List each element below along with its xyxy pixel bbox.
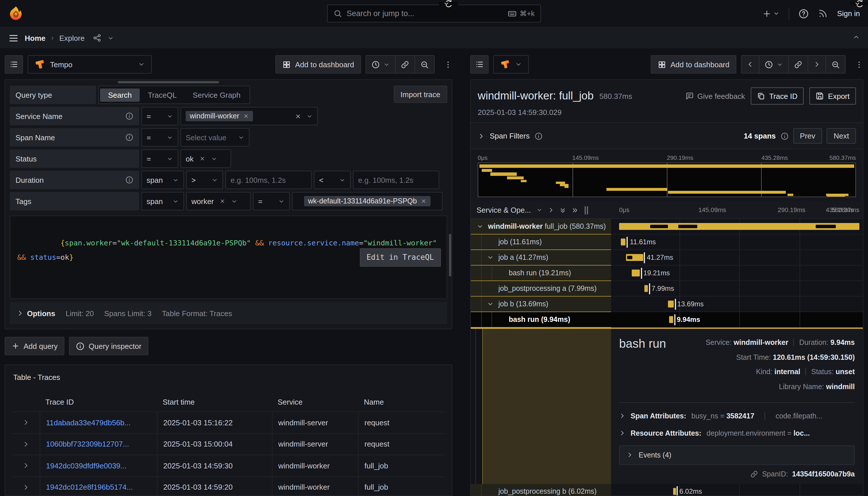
datasource-picker[interactable] <box>493 55 529 74</box>
span-bar[interactable] <box>668 300 674 308</box>
move-right-button[interactable] <box>808 56 826 73</box>
span-row[interactable]: job a (41.27ms) 41.27ms 41.27ms <box>471 250 863 265</box>
duration-lt-operator[interactable]: < <box>314 171 351 189</box>
span-name-cell[interactable]: job_postprocessing a (7.99ms) <box>471 281 611 297</box>
table-row[interactable]: 11dabada33e479db56b... 2025-01-03 15:16:… <box>12 412 445 433</box>
tag-key[interactable]: worker <box>186 192 251 210</box>
mega-menu-button[interactable] <box>8 32 19 43</box>
col-start-time[interactable]: Start time <box>157 392 272 412</box>
query-history-button[interactable] <box>470 55 489 74</box>
span-row[interactable]: job b (13.69ms) 13.69ms 13.69ms <box>471 297 863 312</box>
share-shortcut-icon[interactable] <box>93 33 102 43</box>
move-left-button[interactable] <box>742 56 759 73</box>
service-name-value[interactable]: windmill-worker <box>181 107 318 125</box>
collapse-span-icon[interactable] <box>487 254 494 261</box>
duration-scope[interactable]: span <box>141 171 184 189</box>
chevron-right-icon[interactable] <box>547 207 554 213</box>
span-bar[interactable] <box>626 254 643 261</box>
span-name-operator[interactable]: = <box>141 128 178 146</box>
trace-id-link[interactable]: 1060bbf732309b12707... <box>40 434 157 455</box>
double-chevron-right-icon[interactable] <box>571 207 578 214</box>
span-name-value[interactable]: Select value <box>181 128 249 146</box>
export-button[interactable]: Export <box>810 87 856 105</box>
span-bar[interactable] <box>669 316 673 323</box>
trace-minimap[interactable]: 0μs 145.09ms 290.19ms 435.28ms 580.37ms <box>475 150 858 202</box>
span-row[interactable]: job (11.61ms) 11.61ms 11.61ms <box>471 234 863 250</box>
duration-gt-operator[interactable]: > <box>186 171 223 189</box>
clear-icon[interactable] <box>295 113 301 119</box>
tag-scope[interactable]: span <box>141 192 184 210</box>
table-row[interactable]: 1942dc039dfdf9e0039... 2025-01-03 14:59:… <box>12 455 445 476</box>
breadcrumb-explore[interactable]: Explore <box>59 34 84 42</box>
search-input[interactable]: Search or jump to... ⌘+k <box>327 4 541 22</box>
span-bar[interactable] <box>673 488 676 495</box>
events-section[interactable]: Events (4) <box>619 445 855 465</box>
span-timeline-cell[interactable]: 41.27ms 41.27ms <box>611 250 863 265</box>
tag-operator[interactable]: = <box>253 192 290 210</box>
span-name-cell[interactable]: job b (13.69ms) <box>471 297 611 312</box>
col-trace-id[interactable]: Trace ID <box>40 392 157 412</box>
table-row[interactable]: 1942dc012e8f196b5174... 2025-01-03 14:59… <box>12 476 445 496</box>
span-name-cell[interactable]: windmill-worker full_job (580.37ms) <box>471 219 611 234</box>
row-expander[interactable] <box>12 412 40 433</box>
duration-max-input[interactable]: e.g. 100ms, 1.2s <box>353 171 439 189</box>
span-attributes-section[interactable]: Span Attributes: busy_ns = 3582417 code.… <box>619 407 855 424</box>
give-feedback-link[interactable]: Give feedback <box>685 92 745 100</box>
col-service[interactable]: Service <box>272 392 358 412</box>
span-timeline-cell[interactable]: 19.21ms 19.21ms <box>611 265 863 281</box>
span-row[interactable]: bash run (9.94ms) 9.94ms 9.94ms <box>471 312 863 328</box>
span-row[interactable]: job_postprocessing a (7.99ms) 7.99ms 7.9 <box>471 281 863 297</box>
status-operator[interactable]: = <box>141 150 178 168</box>
zoom-out-button[interactable] <box>415 56 434 73</box>
service-operation-column-header[interactable]: Service & Ope... <box>477 206 531 214</box>
span-name-cell[interactable]: job_postprocessing b (6.02ms) <box>471 484 611 496</box>
remove-chip-icon[interactable] <box>421 198 427 204</box>
span-bar[interactable] <box>621 238 626 245</box>
span-timeline-cell[interactable]: 9.94ms 9.94ms <box>611 312 863 328</box>
row-expander[interactable] <box>12 434 40 455</box>
grafana-logo-icon[interactable] <box>8 6 24 21</box>
minimap-canvas[interactable] <box>478 162 856 197</box>
status-value[interactable]: ok <box>181 150 231 168</box>
link-icon[interactable] <box>750 470 758 478</box>
time-picker-button[interactable] <box>366 56 396 73</box>
vertical-scrollbar[interactable] <box>449 234 451 277</box>
value-chip[interactable]: wk-default-133114d6a91e-PSPQb <box>304 196 431 206</box>
collapse-pane-icon[interactable] <box>852 33 860 43</box>
span-name-cell[interactable]: bash run (19.21ms) <box>471 265 611 281</box>
import-trace-button[interactable]: Import trace <box>393 86 447 103</box>
span-timeline-cell[interactable] <box>611 219 863 234</box>
pane-actions-kebab[interactable] <box>855 60 864 69</box>
horizontal-scrollbar[interactable] <box>118 81 219 83</box>
new-menu-button[interactable] <box>762 9 780 18</box>
query-history-button[interactable] <box>4 55 23 74</box>
collapse-span-icon[interactable] <box>477 223 483 230</box>
span-row[interactable]: windmill-worker full_job (580.37ms) <box>471 219 863 234</box>
trace-id-link[interactable]: 1942dc012e8f196b5174... <box>40 477 157 496</box>
query-type-tab[interactable]: TraceQL <box>140 88 185 102</box>
chevron-down-icon[interactable] <box>108 35 114 41</box>
span-name-cell[interactable]: job (11.61ms) <box>471 234 611 250</box>
tag-value[interactable]: wk-default-133114d6a91e-PSPQb <box>292 192 443 210</box>
duration-min-input[interactable]: e.g. 100ms, 1.2s <box>225 171 312 189</box>
double-chevron-down-icon[interactable] <box>559 207 566 214</box>
add-to-dashboard-button[interactable]: Add to dashboard <box>276 55 361 74</box>
query-inspector-button[interactable]: Query inspector <box>69 337 149 355</box>
row-expander[interactable] <box>12 477 40 496</box>
span-timeline-cell[interactable]: 7.99ms 7.99ms <box>611 281 863 297</box>
options-row[interactable]: Options Limit: 20Spans Limit: 3Table For… <box>10 302 447 324</box>
resource-attributes-section[interactable]: Resource Attributes: deployment.environm… <box>619 424 855 442</box>
next-button[interactable]: Next <box>827 128 856 144</box>
remove-icon[interactable] <box>199 156 205 161</box>
span-bar[interactable] <box>619 223 859 230</box>
pane-actions-kebab[interactable] <box>444 60 452 69</box>
query-type-tab[interactable]: Search <box>100 88 140 102</box>
value-chip[interactable]: windmill-worker <box>186 111 253 121</box>
trace-id-link[interactable]: 1942dc039dfdf9e0039... <box>40 455 157 476</box>
prev-button[interactable]: Prev <box>793 128 822 144</box>
edit-in-traceql-button[interactable]: Edit in TraceQL <box>359 248 441 266</box>
span-timeline-cell[interactable]: 13.69ms 13.69ms <box>611 297 863 312</box>
chevron-right-icon[interactable] <box>478 133 484 139</box>
col-name[interactable]: Name <box>358 392 445 412</box>
row-expander[interactable] <box>12 455 40 476</box>
